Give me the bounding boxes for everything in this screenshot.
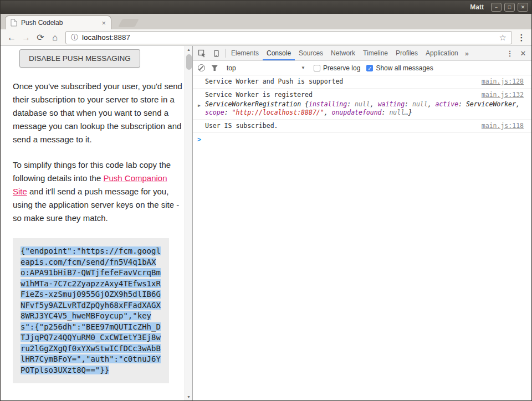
forward-icon[interactable]: → [19, 33, 33, 42]
address-bar[interactable]: ⓘ localhost:8887 ☆ [65, 31, 512, 44]
back-icon[interactable]: ← [5, 33, 18, 42]
selected-subscription-json: {"endpoint":"https://fcm.googleapis.com/… [21, 246, 161, 374]
preserve-log-option: Preserve log [314, 64, 360, 72]
tab-title: Push Codelab [21, 19, 98, 27]
devtools-tabbar: Elements Console Sources Network Timelin… [193, 46, 531, 61]
console-prompt[interactable]: > [193, 133, 531, 146]
tab-console[interactable]: Console [263, 46, 295, 60]
object-key: installing [309, 100, 347, 108]
punct: : [347, 100, 355, 108]
minimize-icon: − [495, 4, 498, 10]
prompt-chevron-icon: > [197, 136, 201, 143]
console-source-link[interactable]: main.js:118 [482, 122, 524, 130]
preserve-log-checkbox[interactable] [314, 65, 320, 71]
object-preview: ▶ServiceWorkerRegistration {installing: … [205, 100, 524, 117]
url-port: :8887 [111, 33, 130, 42]
new-tab-button[interactable] [118, 19, 139, 27]
tab-profiles[interactable]: Profiles [392, 46, 422, 60]
close-window-button[interactable]: ✕ [518, 3, 528, 12]
browser-toolbar: ← → ⟳ ⌂ ⓘ localhost:8887 ☆ ⋮ [1, 29, 531, 46]
preserve-log-label: Preserve log [323, 64, 360, 72]
maximize-button[interactable]: □ [504, 3, 515, 12]
close-icon: ✕ [521, 4, 525, 10]
punct: } [408, 109, 412, 116]
punct: { [301, 100, 309, 108]
page-content: DISABLE PUSH MESSAGING Once you've subsc… [1, 46, 185, 400]
object-key: active [436, 100, 459, 108]
show-all-messages-checkbox[interactable]: ✓ [366, 65, 373, 71]
punct: : [382, 109, 390, 116]
object-class-name: ServiceWorkerRegistration [205, 100, 301, 108]
tab-sources[interactable]: Sources [295, 46, 327, 60]
punct: , [324, 109, 332, 116]
device-toolbar-icon[interactable] [209, 46, 223, 60]
punct: : [405, 100, 412, 108]
browser-window: Matt − □ ✕ Push Codelab × ← → ⟳ ⌂ ⓘ loca… [0, 0, 532, 401]
object-value: null… [389, 109, 408, 116]
tab-timeline[interactable]: Timeline [359, 46, 392, 60]
inspect-element-icon[interactable] [195, 46, 209, 60]
console-message: Service Worker is registered main.js:132… [193, 89, 531, 120]
tab-strip: Push Codelab × [1, 14, 531, 29]
page-info-icon[interactable]: ⓘ [71, 33, 78, 43]
window-titlebar: Matt − □ ✕ [1, 1, 531, 14]
console-output: Service Worker and Push is supported mai… [193, 75, 531, 400]
devtools-controls: ⋮ ✕ [503, 49, 530, 58]
browser-menu-icon[interactable]: ⋮ [516, 33, 527, 43]
console-source-link[interactable]: main.js:128 [482, 78, 524, 86]
url-host: localhost [82, 33, 111, 42]
window-title: Matt [470, 3, 484, 11]
console-message: User IS subscribed. main.js:118 [193, 120, 531, 133]
object-key: waiting [378, 100, 405, 108]
console-message-text: Service Worker and Push is supported [205, 78, 343, 86]
url-text: localhost:8887 [82, 33, 130, 42]
devtools-pane: Elements Console Sources Network Timelin… [193, 46, 531, 400]
object-value: null [355, 100, 370, 108]
content-area: DISABLE PUSH MESSAGING Once you've subsc… [1, 46, 531, 400]
scrollbar-thumb[interactable] [186, 54, 192, 70]
context-label: top [227, 64, 236, 72]
console-message: Service Worker and Push is supported mai… [193, 75, 531, 89]
console-source-link[interactable]: main.js:132 [482, 91, 524, 99]
tab-application[interactable]: Application [422, 46, 462, 60]
punct: , [428, 100, 436, 108]
punct: , [516, 100, 520, 108]
console-message-text: Service Worker is registered [205, 91, 313, 99]
scroll-up-icon[interactable]: ▲ [187, 46, 191, 53]
punct: , [370, 100, 378, 108]
object-value: ServiceWorker [466, 100, 516, 108]
subscription-code-block: {"endpoint":"https://fcm.googleapis.com/… [13, 238, 169, 383]
disable-push-button[interactable]: DISABLE PUSH MESSAGING [19, 49, 140, 68]
browser-tab[interactable]: Push Codelab × [5, 16, 111, 29]
punct: : [458, 100, 466, 108]
devtools-menu-icon[interactable]: ⋮ [503, 49, 516, 58]
reload-icon[interactable]: ⟳ [34, 33, 47, 42]
console-toolbar: top ▼ Preserve log ✓ Show all messages [193, 61, 531, 75]
toolbar-divider [225, 49, 226, 58]
page-scrollbar[interactable]: ▲ ▼ [185, 46, 192, 400]
more-tabs-icon[interactable]: » [462, 49, 472, 58]
page-favicon-icon [11, 19, 17, 27]
devtools-close-icon[interactable]: ✕ [516, 49, 530, 58]
object-key: onupdatefound [332, 109, 382, 116]
home-icon[interactable]: ⌂ [48, 33, 62, 42]
chevron-down-icon: ▼ [301, 65, 305, 70]
clear-console-icon[interactable] [198, 64, 205, 71]
paragraph-subscription-info: Once you've subscribed your user, you'd … [13, 80, 183, 146]
tab-close-icon[interactable]: × [101, 19, 106, 27]
tab-network[interactable]: Network [327, 46, 359, 60]
expand-triangle-icon[interactable]: ▶ [198, 101, 201, 110]
execution-context-selector[interactable]: top ▼ [224, 63, 308, 73]
object-value: null [412, 100, 428, 108]
maximize-icon: □ [508, 4, 511, 10]
object-key: scope [205, 109, 224, 116]
minimize-button[interactable]: − [491, 3, 502, 12]
paragraph-companion-site: To simplify things for this code lab cop… [13, 158, 183, 225]
tab-elements[interactable]: Elements [227, 46, 263, 60]
web-page-pane: DISABLE PUSH MESSAGING Once you've subsc… [1, 46, 193, 400]
show-all-messages-label: Show all messages [376, 64, 433, 72]
paragraph-text: and it'll send a push message for you, u… [13, 187, 179, 223]
scroll-down-icon[interactable]: ▼ [187, 393, 191, 400]
filter-icon[interactable] [211, 65, 218, 71]
bookmark-star-icon[interactable]: ☆ [499, 33, 507, 43]
